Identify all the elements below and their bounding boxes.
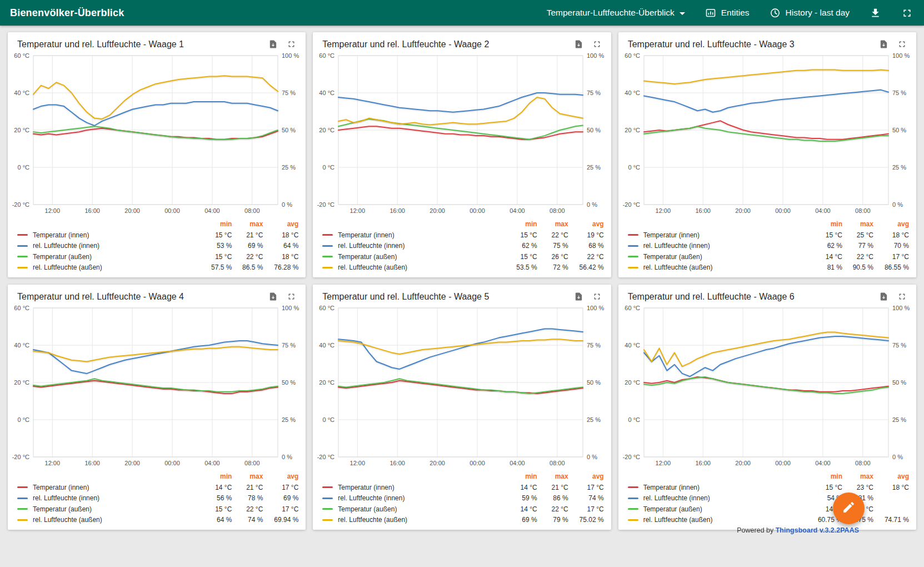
legend-series-toggle[interactable]: Temperatur (innen) [322, 231, 505, 239]
chart-plot[interactable]: 60 °C100 %40 °C75 %20 °C50 %0 °C25 %-20 … [315, 303, 608, 470]
state-select-label: Temperatur-Luftfeuchte-Überblick [547, 8, 675, 18]
edit-dashboard-fab[interactable] [833, 493, 865, 524]
y-axis-temp-label: -20 °C [317, 201, 334, 208]
chart-gridlines [338, 56, 583, 205]
export-widget-data-icon[interactable] [879, 292, 888, 301]
dashboard-state-select[interactable]: Temperatur-Luftfeuchte-Überblick [547, 8, 685, 18]
dashboard-title: Bienenvölker-Überblick [10, 7, 124, 19]
y-axis-humidity-label: 75 % [892, 89, 906, 96]
entities-button[interactable]: Entities [705, 7, 750, 18]
yellow-series-line [33, 76, 278, 119]
fullscreen-icon[interactable] [901, 7, 913, 19]
chart-plot[interactable]: 60 °C100 %40 °C75 %20 °C50 %0 °C25 %-20 … [621, 51, 914, 218]
yellow-series-swatch [17, 519, 28, 521]
widget-header: Temperatur und rel. Luftfeuchte - Waage … [8, 32, 306, 49]
legend-header-max: max [537, 220, 568, 228]
expand-widget-icon[interactable] [897, 39, 907, 49]
legend-series-toggle[interactable]: Temperatur (innen) [322, 484, 505, 491]
widget-card: Temperatur und rel. Luftfeuchte - Waage … [8, 32, 306, 277]
expand-widget-icon[interactable] [287, 292, 296, 301]
legend-series-toggle[interactable]: Temperatur (innen) [628, 231, 810, 239]
legend-series-toggle[interactable]: rel. Luftfeuchte (innen) [17, 494, 199, 502]
legend-series-toggle[interactable]: rel. Luftfeuchte (außen) [322, 263, 505, 271]
series-label: rel. Luftfeuchte (außen) [643, 516, 713, 524]
export-widget-data-icon[interactable] [574, 39, 583, 49]
series-label: rel. Luftfeuchte (innen) [338, 242, 404, 250]
widget-actions [879, 292, 910, 301]
legend-min-value: 15 °C [505, 231, 537, 239]
widget-actions [268, 39, 299, 49]
legend-header-avg: avg [873, 220, 909, 228]
legend-header-min: min [810, 220, 842, 228]
history-button[interactable]: History - last day [770, 7, 850, 18]
yellow-series-line [644, 70, 888, 84]
series-label: Temperatur (innen) [338, 231, 394, 239]
chart-plot[interactable]: 60 °C100 %40 °C75 %20 °C50 %0 °C25 %-20 … [10, 51, 303, 218]
legend-series-toggle[interactable]: Temperatur (innen) [17, 484, 199, 491]
legend-series-toggle[interactable]: Temperatur (außen) [628, 253, 810, 261]
y-axis-humidity-label: 100 % [892, 305, 910, 311]
expand-widget-icon[interactable] [592, 292, 602, 301]
legend-series-toggle[interactable]: rel. Luftfeuchte (innen) [628, 242, 810, 250]
y-axis-humidity-label: 50 % [587, 127, 601, 133]
expand-widget-icon[interactable] [287, 39, 296, 49]
expand-widget-icon[interactable] [592, 39, 602, 49]
chart-svg: 60 °C100 %40 °C75 %20 °C50 %0 °C25 %-20 … [315, 303, 608, 470]
legend-avg-value: 69 % [263, 494, 298, 502]
green-series-line [338, 119, 583, 140]
legend-header-max: max [232, 472, 263, 480]
green-series-swatch [322, 256, 333, 257]
legend-min-value: 53.5 % [505, 263, 537, 271]
legend-series-toggle[interactable]: rel. Luftfeuchte (innen) [322, 494, 505, 502]
legend-min-value: 53 % [199, 242, 232, 250]
legend-series-toggle[interactable]: rel. Luftfeuchte (außen) [628, 516, 810, 524]
export-widget-data-icon[interactable] [268, 39, 278, 49]
legend-max-value: 75 % [537, 242, 568, 250]
chart-plot[interactable]: 60 °C100 %40 °C75 %20 °C50 %0 °C25 %-20 … [315, 51, 608, 218]
y-axis-temp-label: 20 °C [625, 379, 640, 386]
legend-series-toggle[interactable]: Temperatur (innen) [628, 484, 810, 491]
chart-svg: 60 °C100 %40 °C75 %20 °C50 %0 °C25 %-20 … [621, 51, 914, 218]
y-axis-humidity-label: 0 % [282, 201, 292, 208]
legend-avg-value: 22 °C [568, 253, 604, 261]
blue-series-swatch [628, 498, 638, 499]
legend-series-toggle[interactable]: rel. Luftfeuchte (innen) [322, 242, 505, 250]
legend-series-toggle[interactable]: rel. Luftfeuchte (innen) [17, 242, 199, 250]
legend-max-value: 21 °C [232, 231, 263, 239]
x-axis-time-label: 16:00 [695, 207, 711, 214]
legend-avg-value: 68 % [568, 242, 604, 250]
green-series-line [33, 379, 278, 392]
chart-plot[interactable]: 60 °C100 %40 °C75 %20 °C50 %0 °C25 %-20 … [10, 303, 303, 470]
legend-series-toggle[interactable]: rel. Luftfeuchte (außen) [17, 263, 199, 271]
series-label: rel. Luftfeuchte (innen) [33, 242, 99, 250]
y-axis-humidity-label: 50 % [282, 127, 296, 133]
legend-series-toggle[interactable]: rel. Luftfeuchte (innen) [628, 494, 810, 502]
chart-plot[interactable]: 60 °C100 %40 °C75 %20 °C50 %0 °C25 %-20 … [621, 303, 914, 470]
legend-series-toggle[interactable]: Temperatur (außen) [322, 253, 505, 261]
legend-series-toggle[interactable]: rel. Luftfeuchte (außen) [322, 516, 505, 524]
legend-header-max: max [842, 472, 873, 480]
legend-series-toggle[interactable]: rel. Luftfeuchte (außen) [628, 263, 810, 271]
legend-series-toggle[interactable]: rel. Luftfeuchte (außen) [17, 516, 199, 524]
legend-min-value: 14 °C [199, 484, 232, 491]
legend-min-value: 57.5 % [199, 263, 232, 271]
download-icon[interactable] [870, 7, 881, 19]
legend-series-toggle[interactable]: Temperatur (außen) [628, 505, 810, 513]
legend-series-toggle[interactable]: Temperatur (außen) [322, 505, 505, 513]
thingsboard-version-link[interactable]: Thingsboard v.3.2.2PAAS [776, 526, 859, 534]
legend-series-toggle[interactable]: Temperatur (außen) [17, 253, 199, 261]
chart-gridlines [338, 308, 583, 457]
legend-series-toggle[interactable]: Temperatur (außen) [17, 505, 199, 513]
export-widget-data-icon[interactable] [268, 292, 278, 301]
legend-series-toggle[interactable]: Temperatur (innen) [17, 231, 199, 239]
expand-widget-icon[interactable] [897, 292, 907, 301]
legend-min-value: 15 °C [505, 253, 537, 261]
entities-icon [705, 7, 716, 18]
export-widget-data-icon[interactable] [879, 39, 888, 49]
export-widget-data-icon[interactable] [574, 292, 583, 301]
widget-card: Temperatur und rel. Luftfeuchte - Waage … [313, 32, 611, 277]
legend-header-min: min [505, 472, 537, 480]
powered-by: Powered by Thingsboard v.3.2.2PAAS [737, 526, 859, 534]
red-series-swatch [628, 234, 638, 236]
y-axis-humidity-label: 0 % [282, 454, 292, 460]
